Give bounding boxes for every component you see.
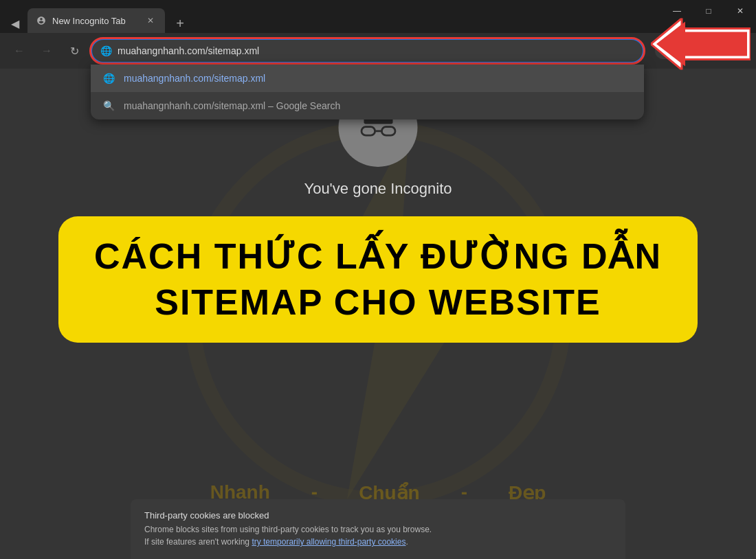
maximize-button[interactable]: □ bbox=[693, 0, 724, 22]
incognito-heading-text: You've gone Incognito bbox=[304, 180, 452, 197]
window-controls: — □ ✕ bbox=[661, 0, 756, 22]
tab-strip: New Incognito Tab ✕ + bbox=[27, 8, 190, 33]
suggestion-item-navigate[interactable]: 🌐 muahangnhanh.com/sitemap.xml bbox=[91, 65, 644, 92]
tab-title: New Incognito Tab bbox=[52, 16, 139, 26]
active-tab[interactable]: New Incognito Tab ✕ bbox=[27, 8, 165, 33]
tab-scroll-left[interactable]: ◀ bbox=[5, 14, 25, 33]
minimize-button[interactable]: — bbox=[661, 0, 693, 22]
incognito-icon bbox=[663, 45, 674, 56]
nav-bar-wrapper: ← → ↻ 🌐 muahangnhanh.com/sitemap.xml 🌐 m… bbox=[0, 33, 756, 69]
navigate-icon: 🌐 bbox=[102, 71, 115, 85]
menu-button[interactable]: ⋮ bbox=[726, 40, 748, 62]
reload-button[interactable]: ↻ bbox=[63, 40, 85, 62]
title-bar: ◀ New Incognito Tab ✕ + — □ ✕ bbox=[0, 0, 756, 33]
cookie-title: Third-party cookies are blocked bbox=[144, 510, 612, 521]
suggestion-text-1: muahangnhanh.com/sitemap.xml bbox=[124, 73, 265, 84]
forward-button[interactable]: → bbox=[36, 40, 58, 62]
new-tab-button[interactable]: + bbox=[170, 14, 190, 33]
banner-line1: CÁCH THỨC LẤY ĐƯỜNG DẪN bbox=[94, 237, 662, 276]
yellow-banner: CÁCH THỨC LẤY ĐƯỜNG DẪN SITEMAP CHO WEBS… bbox=[58, 216, 698, 343]
svg-point-10 bbox=[386, 128, 391, 133]
suggestion-text-2: muahangnhanh.com/sitemap.xml – Google Se… bbox=[124, 100, 340, 111]
incognito-button[interactable]: Incognito bbox=[655, 43, 723, 59]
address-bar-icon: 🌐 bbox=[100, 45, 112, 56]
suggestion-item-search[interactable]: 🔍 muahangnhanh.com/sitemap.xml – Google … bbox=[91, 92, 644, 119]
tab-close-button[interactable]: ✕ bbox=[144, 14, 157, 27]
nav-right: Incognito ⋮ bbox=[655, 40, 748, 62]
incognito-heading: You've gone Incognito bbox=[304, 180, 452, 198]
incognito-label: Incognito bbox=[678, 46, 715, 56]
search-icon: 🔍 bbox=[102, 99, 115, 113]
nav-bar: ← → ↻ 🌐 muahangnhanh.com/sitemap.xml 🌐 m… bbox=[0, 33, 756, 69]
cookie-notice: Third-party cookies are blocked Chrome b… bbox=[131, 499, 625, 559]
browser-content: You've gone Incognito CÁCH THỨC LẤY ĐƯỜN… bbox=[0, 69, 756, 559]
close-button[interactable]: ✕ bbox=[724, 0, 756, 22]
svg-point-9 bbox=[365, 128, 370, 133]
cookie-link[interactable]: try temporarily allowing third-party coo… bbox=[252, 537, 405, 547]
suggestions-dropdown: 🌐 muahangnhanh.com/sitemap.xml 🔍 muahang… bbox=[91, 65, 644, 119]
address-bar[interactable]: 🌐 muahangnhanh.com/sitemap.xml bbox=[91, 38, 644, 63]
cookie-text: Chrome blocks sites from using third-par… bbox=[144, 523, 612, 548]
address-bar-text: muahangnhanh.com/sitemap.xml bbox=[118, 45, 634, 56]
banner-line2: SITEMAP CHO WEBSITE bbox=[155, 283, 601, 322]
tab-favicon bbox=[36, 15, 47, 26]
back-button[interactable]: ← bbox=[8, 40, 30, 62]
address-bar-container: 🌐 muahangnhanh.com/sitemap.xml 🌐 muahang… bbox=[91, 38, 644, 63]
